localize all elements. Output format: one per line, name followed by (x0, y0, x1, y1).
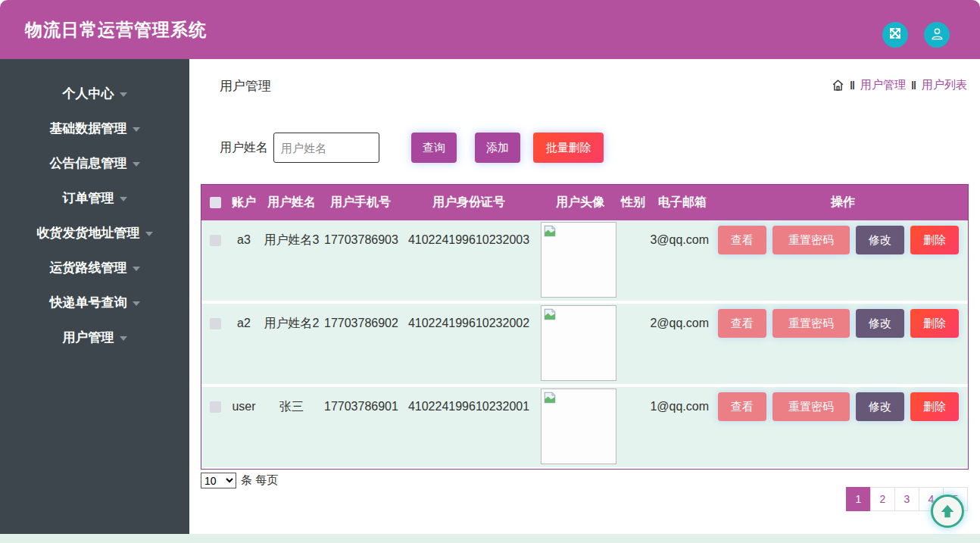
cell-phone: 17703786903 (324, 220, 397, 260)
chevron-down-icon (120, 197, 127, 201)
table-row: a3 用户姓名3 17703786903 410224199610232003 … (201, 220, 968, 301)
sidebar-item-label: 基础数据管理 (50, 120, 127, 137)
cell-phone: 17703786901 (324, 387, 397, 426)
sidebar-item-orders[interactable]: 订单管理 (0, 180, 189, 215)
app-title: 物流日常运营管理系统 (25, 18, 207, 42)
batch-delete-button[interactable]: 批量删除 (533, 133, 604, 163)
view-button[interactable]: 查看 (718, 309, 766, 338)
column-header-actions: 操作 (718, 195, 968, 211)
bottom-strip (0, 534, 980, 543)
expand-arrows-icon (888, 27, 902, 43)
breadcrumb-separator: ‖ (911, 80, 916, 92)
page-size-control: 10 条 每页 (201, 473, 278, 488)
row-checkbox[interactable] (210, 235, 221, 246)
breadcrumb-link-user-management[interactable]: 用户管理 (860, 78, 906, 92)
fullscreen-button[interactable] (882, 22, 908, 48)
chevron-down-icon (145, 232, 153, 236)
chevron-down-icon (120, 92, 127, 97)
page-size-select[interactable]: 10 (201, 473, 236, 488)
sidebar-item-label: 公告信息管理 (50, 154, 127, 172)
row-actions: 查看 重置密码 修改 删除 (718, 226, 959, 254)
view-button[interactable]: 查看 (718, 392, 766, 421)
column-header-email: 电子邮箱 (647, 195, 718, 211)
cell-email: 1@qq.com (647, 387, 718, 426)
edit-button[interactable]: 修改 (856, 392, 904, 421)
column-header-avatar: 用户头像 (541, 195, 620, 211)
sidebar-item-label: 个人中心 (63, 85, 114, 102)
avatar-image-placeholder (541, 389, 616, 464)
column-header-phone: 用户手机号 (324, 195, 397, 211)
breadcrumb-link-user-list[interactable]: 用户列表 (922, 78, 967, 92)
table-header-row: 账户 用户姓名 用户手机号 用户身份证号 用户头像 性别 电子邮箱 操作 (201, 185, 968, 220)
breadcrumb: ‖ 用户管理 ‖ 用户列表 (832, 78, 967, 92)
back-to-top-button[interactable] (931, 495, 964, 528)
page-title: 用户管理 (220, 77, 271, 95)
row-checkbox[interactable] (210, 401, 221, 413)
sidebar-item-label: 运货路线管理 (50, 259, 127, 276)
cell-email: 3@qq.com (647, 220, 718, 260)
broken-image-icon (543, 307, 557, 321)
page-button-1[interactable]: 1 (846, 487, 871, 511)
main-content: 用户管理 ‖ 用户管理 ‖ 用户列表 用户姓名 查询 添加 批量删除 (189, 59, 980, 534)
cell-id-number: 410224199610232001 (397, 387, 541, 426)
broken-image-icon (543, 224, 557, 238)
cell-username: 张三 (259, 387, 324, 426)
users-table: 账户 用户姓名 用户手机号 用户身份证号 用户头像 性别 电子邮箱 操作 a3 … (201, 184, 969, 470)
sidebar-item-user-management[interactable]: 用户管理 (0, 320, 189, 354)
avatar-image-placeholder (541, 305, 616, 381)
view-button[interactable]: 查看 (718, 226, 766, 254)
cell-email: 2@qq.com (647, 304, 718, 343)
header-actions (882, 22, 950, 48)
reset-password-button[interactable]: 重置密码 (772, 226, 850, 254)
sidebar-item-personal-center[interactable]: 个人中心 (0, 76, 189, 111)
sidebar-item-addresses[interactable]: 收货发货地址管理 (0, 215, 189, 250)
broken-image-icon (543, 391, 557, 404)
sidebar-item-shipping-routes[interactable]: 运货路线管理 (0, 250, 189, 285)
search-toolbar: 用户姓名 查询 添加 批量删除 (220, 133, 604, 163)
column-header-username: 用户姓名 (259, 195, 324, 211)
page-button-3[interactable]: 3 (894, 487, 919, 511)
sidebar-item-tracking-query[interactable]: 快递单号查询 (0, 285, 189, 320)
sidebar-item-label: 订单管理 (63, 189, 114, 207)
column-header-id-number: 用户身份证号 (397, 195, 541, 211)
arrow-up-icon (939, 503, 956, 520)
breadcrumb-separator: ‖ (850, 80, 855, 92)
cell-account: user (229, 387, 259, 426)
sidebar-item-base-data[interactable]: 基础数据管理 (0, 111, 189, 145)
search-field-label: 用户姓名 (220, 140, 268, 156)
row-actions: 查看 重置密码 修改 删除 (718, 392, 959, 421)
add-button[interactable]: 添加 (475, 133, 520, 163)
table-row: user 张三 17703786901 410224199610232001 1… (201, 387, 968, 467)
chevron-down-icon (133, 127, 140, 132)
top-header-bar: 物流日常运营管理系统 (0, 0, 980, 59)
delete-button[interactable]: 删除 (910, 226, 959, 254)
user-icon (930, 27, 944, 44)
reset-password-button[interactable]: 重置密码 (772, 309, 850, 338)
chevron-down-icon (133, 301, 140, 306)
page-button-2[interactable]: 2 (870, 487, 895, 511)
edit-button[interactable]: 修改 (856, 226, 904, 254)
delete-button[interactable]: 删除 (910, 392, 959, 421)
row-actions: 查看 重置密码 修改 删除 (718, 309, 959, 338)
delete-button[interactable]: 删除 (910, 309, 959, 338)
chevron-down-icon (133, 162, 140, 167)
reset-password-button[interactable]: 重置密码 (772, 392, 850, 421)
sidebar-item-announcements[interactable]: 公告信息管理 (0, 145, 189, 180)
cell-account: a2 (229, 304, 259, 343)
chevron-down-icon (120, 336, 127, 341)
select-all-checkbox[interactable] (210, 197, 221, 208)
cell-username: 用户姓名3 (259, 220, 324, 260)
sidebar-item-label: 收货发货地址管理 (37, 224, 140, 242)
edit-button[interactable]: 修改 (856, 309, 904, 338)
column-header-gender: 性别 (620, 195, 647, 211)
avatar-image-placeholder (541, 222, 616, 298)
table-row: a2 用户姓名2 17703786902 410224199610232002 … (201, 304, 968, 384)
row-checkbox[interactable] (210, 318, 221, 329)
column-header-account: 账户 (229, 195, 259, 211)
query-button[interactable]: 查询 (411, 133, 457, 163)
home-icon[interactable] (832, 79, 844, 92)
cell-phone: 17703786902 (324, 304, 397, 343)
cell-username: 用户姓名2 (259, 304, 324, 343)
username-search-input[interactable] (273, 133, 379, 163)
user-profile-button[interactable] (924, 22, 950, 48)
